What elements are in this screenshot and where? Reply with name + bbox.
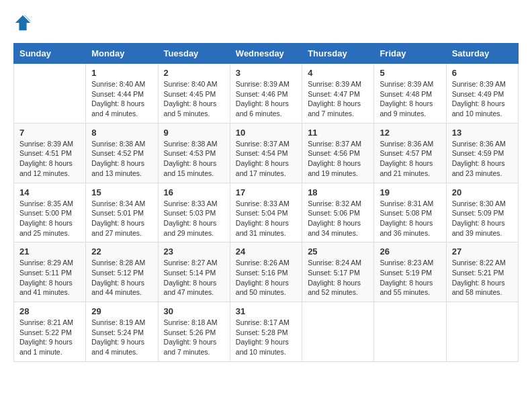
calendar-week-row: 21Sunrise: 8:29 AM Sunset: 5:11 PM Dayli… xyxy=(14,242,519,302)
day-number: 25 xyxy=(308,246,368,257)
day-number: 18 xyxy=(308,187,368,197)
day-info: Sunrise: 8:39 AM Sunset: 4:51 PM Dayligh… xyxy=(19,139,80,179)
day-info: Sunrise: 8:28 AM Sunset: 5:12 PM Dayligh… xyxy=(91,258,152,298)
day-number: 6 xyxy=(452,68,513,78)
calendar-cell: 16Sunrise: 8:33 AM Sunset: 5:03 PM Dayli… xyxy=(158,183,230,242)
day-info: Sunrise: 8:29 AM Sunset: 5:11 PM Dayligh… xyxy=(19,258,80,298)
calendar-cell: 24Sunrise: 8:26 AM Sunset: 5:16 PM Dayli… xyxy=(230,242,302,302)
calendar-cell: 5Sunrise: 8:39 AM Sunset: 4:48 PM Daylig… xyxy=(374,64,446,124)
calendar-cell: 7Sunrise: 8:39 AM Sunset: 4:51 PM Daylig… xyxy=(14,123,86,183)
day-number: 15 xyxy=(91,187,152,197)
day-info: Sunrise: 8:17 AM Sunset: 5:28 PM Dayligh… xyxy=(236,318,296,357)
day-number: 1 xyxy=(91,68,152,78)
calendar-cell: 6Sunrise: 8:39 AM Sunset: 4:49 PM Daylig… xyxy=(446,64,518,124)
logo-icon xyxy=(13,13,32,32)
day-info: Sunrise: 8:37 AM Sunset: 4:54 PM Dayligh… xyxy=(236,139,296,179)
day-number: 14 xyxy=(19,187,80,197)
calendar-cell: 30Sunrise: 8:18 AM Sunset: 5:26 PM Dayli… xyxy=(158,302,230,362)
day-number: 31 xyxy=(236,306,296,316)
day-info: Sunrise: 8:38 AM Sunset: 4:53 PM Dayligh… xyxy=(164,139,224,179)
day-info: Sunrise: 8:38 AM Sunset: 4:52 PM Dayligh… xyxy=(91,139,152,179)
day-info: Sunrise: 8:33 AM Sunset: 5:03 PM Dayligh… xyxy=(164,199,224,238)
day-number: 20 xyxy=(452,187,513,197)
day-info: Sunrise: 8:37 AM Sunset: 4:56 PM Dayligh… xyxy=(308,139,368,179)
svg-marker-0 xyxy=(15,15,30,30)
day-info: Sunrise: 8:35 AM Sunset: 5:00 PM Dayligh… xyxy=(19,199,80,238)
day-of-week-header: Wednesday xyxy=(230,44,302,64)
day-info: Sunrise: 8:33 AM Sunset: 5:04 PM Dayligh… xyxy=(236,199,296,238)
day-number: 4 xyxy=(308,68,368,78)
day-number: 21 xyxy=(19,246,80,257)
calendar-cell: 4Sunrise: 8:39 AM Sunset: 4:47 PM Daylig… xyxy=(302,64,374,124)
calendar-cell xyxy=(446,302,518,362)
day-number: 28 xyxy=(19,306,80,316)
day-of-week-header: Sunday xyxy=(14,44,86,64)
day-info: Sunrise: 8:24 AM Sunset: 5:17 PM Dayligh… xyxy=(308,258,368,298)
calendar-cell: 27Sunrise: 8:22 AM Sunset: 5:21 PM Dayli… xyxy=(446,242,518,302)
day-info: Sunrise: 8:40 AM Sunset: 4:45 PM Dayligh… xyxy=(164,79,224,119)
calendar-cell: 1Sunrise: 8:40 AM Sunset: 4:44 PM Daylig… xyxy=(86,64,158,124)
calendar-table: SundayMondayTuesdayWednesdayThursdayFrid… xyxy=(13,43,519,362)
calendar-cell: 18Sunrise: 8:32 AM Sunset: 5:06 PM Dayli… xyxy=(302,183,374,242)
day-info: Sunrise: 8:23 AM Sunset: 5:19 PM Dayligh… xyxy=(380,258,440,298)
calendar-week-row: 28Sunrise: 8:21 AM Sunset: 5:22 PM Dayli… xyxy=(14,302,519,362)
calendar-cell: 10Sunrise: 8:37 AM Sunset: 4:54 PM Dayli… xyxy=(230,123,302,183)
day-of-week-header: Tuesday xyxy=(158,44,230,64)
calendar-cell: 20Sunrise: 8:30 AM Sunset: 5:09 PM Dayli… xyxy=(446,183,518,242)
day-number: 16 xyxy=(164,187,224,197)
page-header xyxy=(13,13,519,32)
calendar-cell: 19Sunrise: 8:31 AM Sunset: 5:08 PM Dayli… xyxy=(374,183,446,242)
day-number: 22 xyxy=(91,246,152,257)
calendar-cell: 3Sunrise: 8:39 AM Sunset: 4:46 PM Daylig… xyxy=(230,64,302,124)
day-number: 19 xyxy=(380,187,440,197)
calendar-week-row: 7Sunrise: 8:39 AM Sunset: 4:51 PM Daylig… xyxy=(14,123,519,183)
calendar-cell xyxy=(302,302,374,362)
calendar-cell: 12Sunrise: 8:36 AM Sunset: 4:57 PM Dayli… xyxy=(374,123,446,183)
calendar-cell xyxy=(374,302,446,362)
day-number: 2 xyxy=(164,68,224,78)
day-of-week-header: Friday xyxy=(374,44,446,64)
day-of-week-header: Thursday xyxy=(302,44,374,64)
calendar-cell xyxy=(14,64,86,124)
calendar-cell: 21Sunrise: 8:29 AM Sunset: 5:11 PM Dayli… xyxy=(14,242,86,302)
day-number: 23 xyxy=(164,246,224,257)
day-number: 3 xyxy=(236,68,296,78)
day-number: 7 xyxy=(19,128,80,138)
day-info: Sunrise: 8:39 AM Sunset: 4:49 PM Dayligh… xyxy=(452,79,513,119)
day-info: Sunrise: 8:36 AM Sunset: 4:57 PM Dayligh… xyxy=(380,139,440,179)
calendar-cell: 11Sunrise: 8:37 AM Sunset: 4:56 PM Dayli… xyxy=(302,123,374,183)
day-number: 10 xyxy=(236,128,296,138)
day-info: Sunrise: 8:22 AM Sunset: 5:21 PM Dayligh… xyxy=(452,258,513,298)
day-number: 17 xyxy=(236,187,296,197)
calendar-cell: 17Sunrise: 8:33 AM Sunset: 5:04 PM Dayli… xyxy=(230,183,302,242)
day-number: 27 xyxy=(452,246,513,257)
calendar-cell: 8Sunrise: 8:38 AM Sunset: 4:52 PM Daylig… xyxy=(86,123,158,183)
calendar-cell: 26Sunrise: 8:23 AM Sunset: 5:19 PM Dayli… xyxy=(374,242,446,302)
day-info: Sunrise: 8:31 AM Sunset: 5:08 PM Dayligh… xyxy=(380,199,440,238)
calendar-week-row: 14Sunrise: 8:35 AM Sunset: 5:00 PM Dayli… xyxy=(14,183,519,242)
day-info: Sunrise: 8:39 AM Sunset: 4:48 PM Dayligh… xyxy=(380,79,440,119)
day-number: 13 xyxy=(452,128,513,138)
day-number: 5 xyxy=(380,68,440,78)
calendar-cell: 25Sunrise: 8:24 AM Sunset: 5:17 PM Dayli… xyxy=(302,242,374,302)
day-info: Sunrise: 8:32 AM Sunset: 5:06 PM Dayligh… xyxy=(308,199,368,238)
day-number: 9 xyxy=(164,128,224,138)
day-info: Sunrise: 8:36 AM Sunset: 4:59 PM Dayligh… xyxy=(452,139,513,179)
day-of-week-header: Monday xyxy=(86,44,158,64)
calendar-cell: 14Sunrise: 8:35 AM Sunset: 5:00 PM Dayli… xyxy=(14,183,86,242)
day-number: 12 xyxy=(380,128,440,138)
calendar-cell: 29Sunrise: 8:19 AM Sunset: 5:24 PM Dayli… xyxy=(86,302,158,362)
day-info: Sunrise: 8:26 AM Sunset: 5:16 PM Dayligh… xyxy=(236,258,296,298)
day-info: Sunrise: 8:19 AM Sunset: 5:24 PM Dayligh… xyxy=(91,318,152,357)
calendar-cell: 15Sunrise: 8:34 AM Sunset: 5:01 PM Dayli… xyxy=(86,183,158,242)
day-number: 30 xyxy=(164,306,224,316)
calendar-cell: 23Sunrise: 8:27 AM Sunset: 5:14 PM Dayli… xyxy=(158,242,230,302)
day-of-week-header: Saturday xyxy=(446,44,518,64)
calendar-cell: 2Sunrise: 8:40 AM Sunset: 4:45 PM Daylig… xyxy=(158,64,230,124)
day-number: 24 xyxy=(236,246,296,257)
day-info: Sunrise: 8:18 AM Sunset: 5:26 PM Dayligh… xyxy=(164,318,224,357)
day-number: 11 xyxy=(308,128,368,138)
day-info: Sunrise: 8:39 AM Sunset: 4:47 PM Dayligh… xyxy=(308,79,368,119)
day-info: Sunrise: 8:30 AM Sunset: 5:09 PM Dayligh… xyxy=(452,199,513,238)
logo xyxy=(13,13,35,32)
